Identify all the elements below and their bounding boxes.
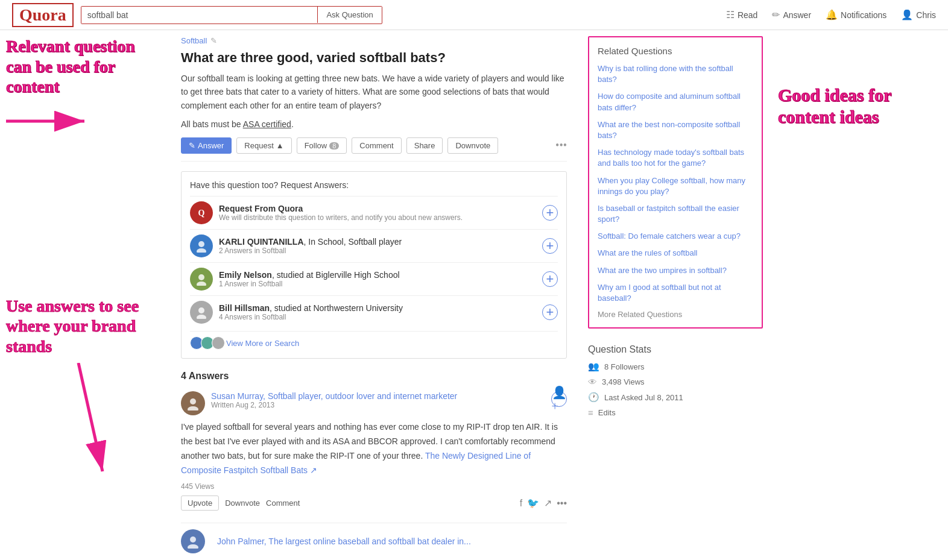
susan-author: Susan Murray, Softball player, outdoor l… — [211, 391, 551, 401]
person-icon-emily — [195, 272, 208, 286]
comment-link[interactable]: Comment — [266, 499, 300, 508]
karli-name: KARLI QUINTANILLA, In School, Softball p… — [219, 237, 542, 247]
related-title: Related Questions — [598, 46, 753, 56]
followers-count: 8 Followers — [604, 362, 644, 371]
user-icon: 👤 — [901, 9, 913, 20]
add-karli-button[interactable]: + — [542, 238, 558, 254]
related-link-1[interactable]: How do composite and aluminum softball b… — [598, 91, 753, 113]
share-button[interactable]: Share — [406, 137, 443, 154]
main-content: Relevant question can be used for conten… — [0, 30, 948, 560]
good-ideas-label: Good ideas for content ideas — [778, 84, 911, 128]
center-content: Softball ✎ What are three good, varied s… — [169, 30, 579, 560]
breadcrumb-link[interactable]: Softball — [181, 36, 207, 45]
nav-read-label: Read — [738, 10, 757, 20]
svg-point-14 — [190, 536, 196, 543]
request-bill-item: Bill Hillsman, studied at Northwestern U… — [190, 295, 558, 329]
nav-read[interactable]: ☷ Read — [726, 9, 757, 20]
upvote-button[interactable]: Upvote — [181, 496, 219, 511]
bill-sub: 4 Answers in Softball — [219, 313, 542, 321]
related-link-9[interactable]: Why am I good at softball but not at bas… — [598, 282, 753, 304]
clock-icon: 🕐 — [588, 392, 599, 403]
downvote-link[interactable]: Downvote — [225, 499, 260, 508]
left-annotations: Relevant question can be used for conten… — [0, 30, 169, 560]
related-questions-box: Related Questions Why is bat rolling don… — [588, 36, 763, 329]
annotation-brand-label: Use answers to see where your brand stan… — [6, 296, 163, 357]
views-count: 445 Views — [181, 482, 567, 491]
asa-text: ASA certified — [243, 119, 291, 129]
asked-date: Last Asked Jul 8, 2011 — [604, 393, 683, 402]
more-options-button[interactable]: ••• — [555, 139, 567, 152]
emily-sub: 1 Answer in Softball — [219, 280, 542, 288]
follow-susan-button[interactable]: 👤+ — [551, 391, 567, 407]
nav-user[interactable]: 👤 Chris — [901, 9, 936, 20]
more-related-link[interactable]: More Related Questions — [598, 310, 753, 319]
action-bar: ✎ Answer Request ▲ Follow 8 Comment Shar… — [181, 137, 567, 162]
susan-date: Written Aug 2, 2013 — [211, 401, 551, 409]
right-annotation: Good ideas for content ideas — [772, 30, 917, 560]
more-icon[interactable]: ••• — [557, 498, 567, 509]
view-more-button[interactable]: View More or Search — [190, 331, 558, 350]
nav-answer[interactable]: ✏ Answer — [772, 9, 811, 20]
arrow-down-icon — [6, 363, 115, 483]
emily-name: Emily Nelson, studied at Biglerville Hig… — [219, 270, 542, 280]
request-answers-box: Have this question too? Request Answers:… — [181, 171, 567, 359]
pencil-small-icon: ✎ — [189, 141, 195, 150]
answer-actions: Upvote Downvote Comment f 🐦 ↗ ••• — [181, 496, 567, 511]
follow-count-badge: 8 — [329, 142, 339, 149]
karli-avatar — [190, 234, 213, 257]
arrow-right-icon — [6, 103, 90, 139]
question-body: Our softball team is looking at getting … — [181, 72, 567, 112]
edits-icon: ≡ — [588, 407, 593, 418]
related-link-7[interactable]: What are the rules of softball — [598, 248, 753, 259]
related-link-2[interactable]: What are the best non-composite softball… — [598, 119, 753, 141]
edits-label: Edits — [598, 408, 616, 417]
followers-icon: 👥 — [588, 361, 599, 372]
header: Quora Ask Question ☷ Read ✏ Answer 🔔 Not… — [0, 0, 948, 30]
stat-followers: 👥 8 Followers — [588, 361, 763, 372]
svg-point-13 — [188, 406, 198, 411]
add-emily-button[interactable]: + — [542, 271, 558, 287]
edit-icon[interactable]: ✎ — [210, 36, 217, 45]
request-button[interactable]: Request ▲ — [236, 137, 291, 154]
related-link-5[interactable]: Is baseball or fastpitch softball the ea… — [598, 203, 753, 225]
twitter-icon[interactable]: 🐦 — [527, 497, 539, 509]
stats-title: Question Stats — [588, 344, 763, 355]
svg-point-10 — [198, 307, 204, 313]
svg-point-11 — [197, 315, 206, 319]
bell-icon: 🔔 — [826, 9, 838, 20]
add-quora-button[interactable]: + — [542, 205, 558, 221]
related-link-8[interactable]: What are the two umpires in softball? — [598, 265, 753, 276]
susan-meta: Susan Murray, Softball player, outdoor l… — [211, 391, 551, 409]
related-link-3[interactable]: Has technology made today's softball bat… — [598, 147, 753, 169]
share-icon[interactable]: ↗ — [544, 497, 552, 509]
related-link-4[interactable]: When you play College softball, how many… — [598, 175, 753, 197]
downvote-button[interactable]: Downvote — [447, 137, 498, 154]
facebook-icon[interactable]: f — [520, 498, 522, 509]
emily-info: Emily Nelson, studied at Biglerville Hig… — [219, 270, 542, 288]
search-bar: Ask Question — [81, 6, 382, 24]
svg-point-7 — [197, 248, 206, 253]
ask-question-button[interactable]: Ask Question — [317, 7, 381, 23]
book-icon: ☷ — [726, 9, 735, 20]
susan-avatar-icon — [186, 396, 200, 411]
related-link-6[interactable]: Softball: Do female catchers wear a cup? — [598, 231, 753, 242]
nav-user-label: Chris — [916, 10, 936, 20]
quora-avatar: Q — [190, 201, 213, 224]
nav-notifications[interactable]: 🔔 Notifications — [826, 9, 886, 20]
answer-button[interactable]: ✎ Answer — [181, 137, 232, 154]
views-value: 3,498 Views — [602, 377, 645, 386]
quora-icon: Q — [195, 206, 208, 219]
quora-name: Request From Quora — [219, 204, 542, 213]
views-icon: 👁 — [588, 377, 597, 387]
quora-request-info: Request From Quora We will distribute th… — [219, 204, 542, 222]
nav-bar: ☷ Read ✏ Answer 🔔 Notifications 👤 Chris — [726, 9, 936, 20]
search-input[interactable] — [81, 7, 318, 24]
add-bill-button[interactable]: + — [542, 304, 558, 320]
follow-button[interactable]: Follow 8 — [297, 137, 347, 154]
request-emily-item: Emily Nelson, studied at Biglerville Hig… — [190, 262, 558, 295]
bill-avatar — [190, 301, 213, 324]
related-link-0[interactable]: Why is bat rolling done with the softbal… — [598, 63, 753, 85]
person-icon-bill — [195, 306, 208, 319]
comment-button[interactable]: Comment — [352, 137, 401, 154]
request-quora-item: Q Request From Quora We will distribute … — [190, 196, 558, 229]
